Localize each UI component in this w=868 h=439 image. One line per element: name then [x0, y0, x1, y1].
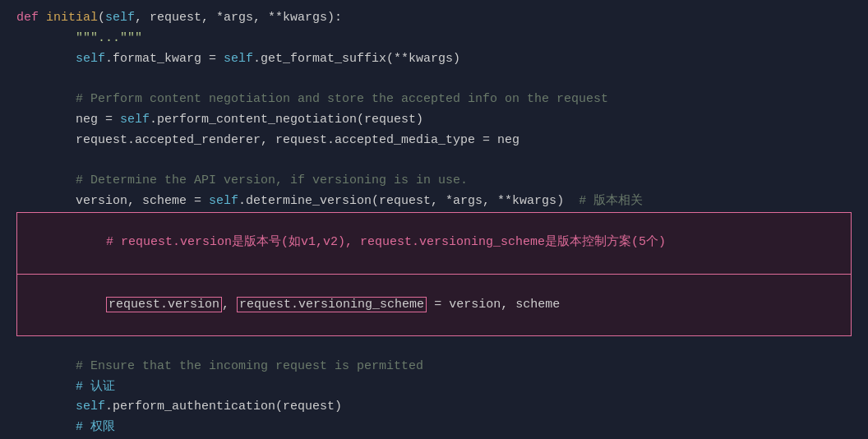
code-line-10: version, scheme = self.determine_version… [16, 192, 852, 212]
self-param: self [105, 8, 135, 29]
perform-auth: .perform_authentication(request) [105, 397, 342, 418]
code-line-9: # Determine the API version, if versioni… [16, 171, 852, 192]
indent [16, 397, 76, 418]
assignment: = version, scheme [427, 298, 560, 312]
self-ref3: self [120, 110, 150, 131]
code-line-16: self.perform_authentication(request) [16, 397, 852, 418]
comma: , [222, 298, 237, 312]
code-line-13 [16, 336, 852, 357]
indent: version, scheme = [16, 192, 209, 212]
params: , request, *args, **kwargs): [135, 8, 342, 29]
request-versioning-scheme-box: request.versioning_scheme [237, 297, 427, 312]
comment-ensure: # Ensure that the incoming request is pe… [16, 357, 423, 377]
code-line-12: request.version, request.versioning_sche… [16, 275, 852, 336]
code-line-5: # Perform content negotiation and store … [16, 90, 852, 110]
code-line-4 [16, 69, 852, 90]
keyword-def: def [16, 8, 46, 29]
code-editor: def initial(self, request, *args, **kwar… [0, 0, 868, 439]
indent: neg = [16, 110, 120, 131]
self-ref2: self [224, 49, 253, 70]
get-format-suffix: .get_format_suffix(**kwargs) [253, 49, 460, 70]
code-line-7: request.accepted_renderer, request.accep… [16, 131, 852, 151]
code-line-11: # request.version是版本号(如v1,v2), request.v… [16, 212, 852, 275]
code-line-2: """...""" [16, 29, 852, 49]
docstring: """...""" [16, 29, 142, 49]
code-line-6: neg = self.perform_content_negotiation(r… [16, 110, 852, 131]
format-kwarg: .format_kwarg = [105, 49, 224, 70]
determine-version: .determine_version(request, *args, **kwa… [238, 192, 579, 212]
comment-version-detail: # request.version是版本号(如v1,v2), request.v… [47, 235, 666, 249]
self-ref5: self [76, 397, 105, 418]
indent [47, 298, 106, 312]
code-line-17: # 权限 [16, 418, 852, 438]
paren-open: ( [98, 8, 105, 29]
comment-perm-cn: # 权限 [16, 418, 115, 438]
self-ref4: self [209, 192, 238, 212]
comment-api-version: # Determine the API version, if versioni… [16, 171, 468, 192]
comment-version-cn: # 版本相关 [579, 192, 643, 212]
request-version-box: request.version [106, 297, 222, 312]
comment-negotiation: # Perform content negotiation and store … [16, 90, 608, 110]
indent [16, 49, 76, 70]
self-ref: self [76, 49, 105, 70]
accepted-renderer-line: request.accepted_renderer, request.accep… [16, 131, 519, 151]
code-line-8 [16, 150, 852, 171]
code-line-3: self.format_kwarg = self.get_format_suff… [16, 49, 852, 70]
fn-initial: initial [46, 8, 98, 29]
perform-content: .perform_content_negotiation(request) [150, 110, 423, 131]
code-line-14: # Ensure that the incoming request is pe… [16, 357, 852, 377]
code-line-1: def initial(self, request, *args, **kwar… [16, 8, 852, 29]
comment-auth-cn: # 认证 [16, 377, 115, 398]
code-line-15: # 认证 [16, 377, 852, 398]
